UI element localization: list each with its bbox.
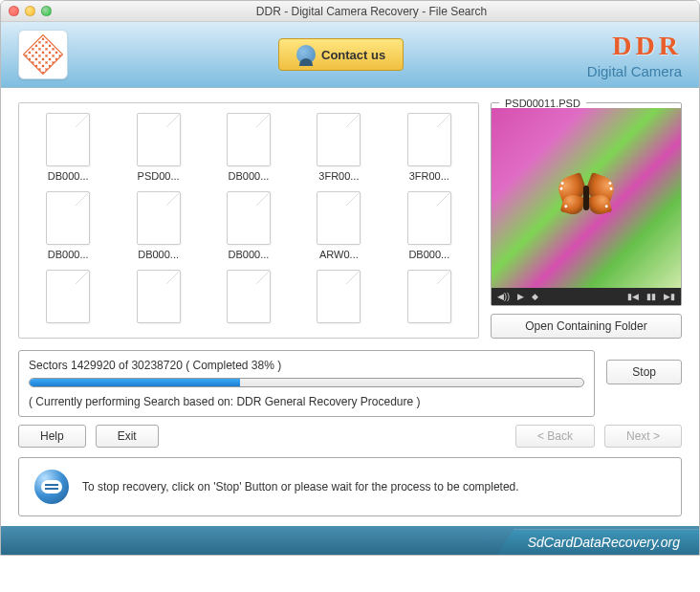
progress-status: ( Currently performing Search based on: … [29,395,584,408]
file-item[interactable]: DB000... [120,191,195,260]
file-item[interactable]: DB000... [211,191,286,260]
file-item[interactable]: ARW0... [301,191,376,260]
volume-icon[interactable]: ◀)) [497,292,510,301]
header: Contact us DDR Digital Camera [1,22,699,88]
prev-icon[interactable]: ▮◀ [627,292,639,301]
butterfly-icon [553,174,620,222]
file-label: DB000... [38,249,98,260]
content: DB000... PSD00... DB000... 3FR00... 3FR0… [1,88,699,526]
file-icon [317,270,361,323]
position-icon[interactable]: ◆ [532,292,538,301]
app-window: DDR - Digital Camera Recovery - File Sea… [0,0,700,556]
brand-title: DDR [587,31,682,61]
file-icon [317,113,361,166]
person-icon [296,45,316,64]
file-label: DB000... [219,170,278,182]
progress-bar [29,378,584,387]
window-title: DDR - Digital Camera Recovery - File Sea… [52,5,691,18]
file-icon [407,270,451,323]
progress-text: Sectors 1429920 of 30238720 ( Completed … [29,359,584,372]
file-icon [46,191,90,245]
pause-icon[interactable]: ▮▮ [646,292,656,301]
file-label: 3FR00... [309,170,368,182]
info-box: To stop recovery, click on 'Stop' Button… [18,457,682,516]
preview-box: PSD00011.PSD ◀)) [491,102,682,306]
file-label: DB000... [400,249,459,260]
file-label: DB000... [129,249,188,260]
open-folder-button[interactable]: Open Containing Folder [491,314,682,339]
file-icon [227,270,271,323]
file-icon [137,270,181,323]
file-item[interactable]: DB000... [31,113,105,182]
file-item[interactable] [211,270,286,327]
brand-subtitle: Digital Camera [587,63,682,79]
file-item[interactable]: 3FR00... [301,113,376,182]
file-icon [407,113,451,166]
progress-fill [30,379,240,386]
minimize-icon[interactable] [25,6,35,16]
file-item[interactable] [120,270,195,327]
file-label: 3FR00... [400,170,459,182]
file-item[interactable] [31,270,105,327]
zoom-icon[interactable] [41,6,52,16]
file-label: ARW0... [309,249,368,260]
file-grid: DB000... PSD00... DB000... 3FR00... 3FR0… [31,113,467,327]
preview-image[interactable] [492,108,681,288]
footer: SdCardDataRecovery.org [1,526,699,555]
titlebar: DDR - Digital Camera Recovery - File Sea… [1,1,699,22]
file-item[interactable]: DB000... [211,113,286,182]
media-controls: ◀)) ▶ ◆ ▮◀ ▮▮ ▶▮ [492,288,681,305]
file-item[interactable]: 3FR00... [392,113,467,182]
brand: DDR Digital Camera [587,31,682,79]
contact-label: Contact us [321,48,385,62]
info-icon [34,470,69,504]
file-icon [407,191,451,245]
stop-button[interactable]: Stop [606,360,682,384]
file-item[interactable] [392,270,467,327]
file-item[interactable]: DB000... [392,191,467,260]
pattern-icon [23,34,63,75]
file-item[interactable]: DB000... [31,191,105,260]
file-label: PSD00... [129,170,188,182]
file-icon [137,113,181,166]
file-label: DB000... [219,249,278,260]
next-icon[interactable]: ▶▮ [664,292,675,301]
play-icon[interactable]: ▶ [517,292,524,301]
nav-row: Help Exit < Back Next > [18,425,682,448]
file-item[interactable]: PSD00... [120,113,195,182]
info-text: To stop recovery, click on 'Stop' Button… [82,480,519,493]
next-button: Next > [604,425,682,448]
preview-column: PSD00011.PSD ◀)) [491,102,682,339]
file-icon [137,191,181,245]
progress-panel: Sectors 1429920 of 30238720 ( Completed … [18,350,595,417]
contact-button[interactable]: Contact us [278,38,404,71]
file-icon [227,191,271,245]
file-label: DB000... [38,170,98,182]
help-button[interactable]: Help [18,425,86,448]
file-icon [227,113,271,166]
back-button: < Back [515,425,595,448]
footer-site[interactable]: SdCardDataRecovery.org [497,529,699,555]
file-grid-panel: DB000... PSD00... DB000... 3FR00... 3FR0… [18,102,479,339]
exit-button[interactable]: Exit [96,425,159,448]
file-item[interactable] [301,270,376,327]
file-icon [317,191,361,245]
app-logo [18,30,68,79]
file-icon [46,113,90,166]
file-icon [46,270,90,323]
close-icon[interactable] [9,6,19,16]
window-controls [9,6,52,16]
